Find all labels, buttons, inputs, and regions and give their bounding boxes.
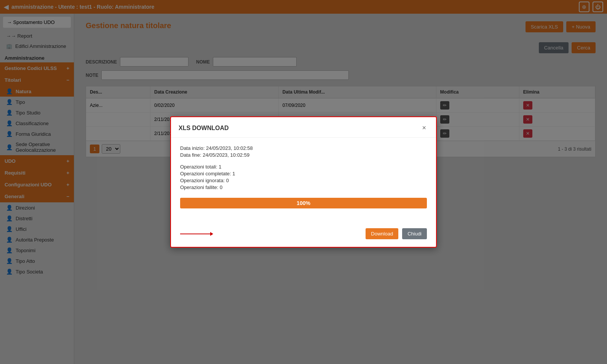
data-fine: Data fine: 24/05/2023, 10:02:59 [180, 152, 427, 158]
dialog-dates: Data inizio: 24/05/2023, 10:02:58 Data f… [180, 145, 427, 158]
dialog-header: XLS DOWNLOAD × [171, 117, 436, 138]
dialog-body: Data inizio: 24/05/2023, 10:02:58 Data f… [171, 138, 436, 224]
progress-bar-container: 100% [180, 198, 427, 208]
dialog-title: XLS DOWNLOAD [179, 125, 229, 132]
arrowhead-icon [210, 232, 213, 236]
download-button[interactable]: Download [366, 228, 398, 239]
op-totali: Operazioni totali: 1 [180, 164, 427, 170]
data-inizio: Data inizio: 24/05/2023, 10:02:58 [180, 145, 427, 151]
dialog-footer: Download Chiudi [171, 224, 436, 247]
arrow-annotation [180, 234, 211, 234]
dialog-close-button[interactable]: × [420, 123, 428, 133]
op-completate: Operazioni completate: 1 [180, 171, 427, 176]
chiudi-button[interactable]: Chiudi [402, 228, 427, 239]
op-ignorata: Operazioni ignorata: 0 [180, 178, 427, 183]
dialog-stats: Operazioni totali: 1 Operazioni completa… [180, 164, 427, 190]
op-fallite: Operazioni fallite: 0 [180, 184, 427, 190]
xls-download-dialog: XLS DOWNLOAD × Data inizio: 24/05/2023, … [170, 116, 437, 248]
modal-overlay: XLS DOWNLOAD × Data inizio: 24/05/2023, … [0, 0, 607, 364]
progress-bar-fill: 100% [180, 198, 427, 208]
arrow-line [180, 234, 211, 234]
